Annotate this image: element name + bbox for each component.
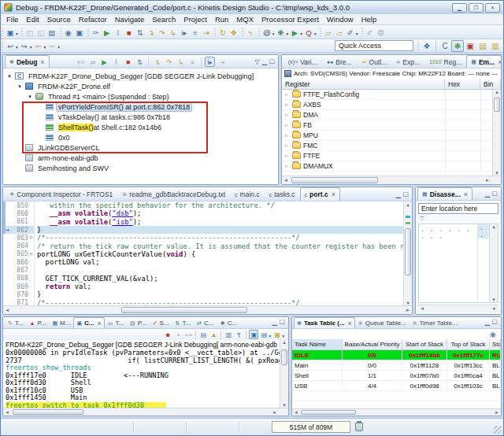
maximize-view-icon[interactable]: ☐ <box>403 191 409 199</box>
console-tab-c[interactable]: ❖C... <box>217 317 240 328</box>
print-icon[interactable]: ▤ <box>46 27 57 38</box>
task-row-main[interactable]: Main0/00x1fff11280x1fff13ccBLOCKED <box>292 360 501 371</box>
register-row[interactable]: ▹FMC <box>282 141 501 151</box>
annotations[interactable]: @▾ <box>261 27 276 38</box>
skip-all-breakpoints-icon[interactable]: ◉ <box>63 27 74 38</box>
search-mark-dropdown-icon[interactable]: ▾ <box>356 31 358 36</box>
console-tab-s[interactable]: ✐S... <box>150 317 172 328</box>
register-row[interactable]: ▹MPU <box>282 131 501 141</box>
embsys-tab-exp[interactable]: ∞Exp... <box>391 55 424 68</box>
disassembly-location-input[interactable] <box>418 203 498 214</box>
editor-tab-tasks-c[interactable]: ctasks.c <box>265 187 300 201</box>
regs-perspective[interactable]: ▥ <box>489 40 502 52</box>
drop-to-frame-icon[interactable]: ≡ <box>190 27 201 38</box>
disassembly-tab-disasse[interactable]: ▦Disasse...× <box>417 187 472 200</box>
console-tab-p[interactable]: ▲P... <box>27 317 50 328</box>
step-return-icon[interactable]: ↳ <box>176 57 186 67</box>
word-wrap-icon[interactable]: ¶ <box>234 330 243 339</box>
code-line[interactable]: within the specified behavior for the ar… <box>37 201 403 209</box>
column-header-start-of-stack[interactable]: Start of Stack <box>402 339 447 349</box>
generate-code-icon[interactable]: ❖ <box>228 27 239 38</box>
minimize-view-icon[interactable]: ▁ <box>485 319 490 327</box>
terminate-icon[interactable]: ■ <box>123 57 133 67</box>
new-wizard[interactable]: ▣▾ <box>5 27 19 38</box>
menu-mqx[interactable]: MQX <box>232 15 258 24</box>
close-icon[interactable]: × <box>498 58 502 66</box>
debug-tab-debug[interactable]: ❋Debug× <box>5 55 50 68</box>
run-config-icon[interactable]: ▶ <box>289 27 300 38</box>
menu-edit[interactable]: Edit <box>22 15 43 24</box>
resume-icon[interactable]: ▶ <box>102 27 113 38</box>
editor-tab-main-c[interactable]: cmain.c <box>230 187 265 201</box>
debug-tree-node[interactable]: vTaskDelay() at tasks.c:986 0x7b18 <box>3 112 278 122</box>
display-selected-console-icon[interactable]: ▤ <box>259 330 269 339</box>
console-tab-m[interactable]: ▦M... <box>49 317 73 328</box>
debug-tree-node[interactable]: ▾FRDM-K22F_Drone.elf <box>3 81 278 91</box>
next-annotation-icon[interactable]: ↪ <box>19 40 30 51</box>
disassembly-content[interactable]: . . . . . . . . . . . . ▲▼ <box>418 224 498 303</box>
back[interactable]: ⇦▾ <box>33 40 47 51</box>
embsys-tab-em[interactable]: ▦Em...× <box>466 55 502 68</box>
console-vertical-scrollbar[interactable]: ▲▼ <box>280 340 288 408</box>
minimize-view-icon[interactable]: ▁ <box>485 190 490 198</box>
remove-all-launches-icon[interactable]: ×× <box>183 330 193 339</box>
back-icon[interactable]: ⇦ <box>33 40 44 51</box>
code-line[interactable]: GET_TICK_CURRENT_VAL(&val); <box>37 275 403 283</box>
code-line[interactable]: /*--------------------------------------… <box>37 299 403 305</box>
task-row-shell[interactable]: Shell1/10x1fff07b00x1fff0ca4BLOCKED <box>292 371 501 381</box>
view-menu-icon[interactable]: ▽ <box>255 58 260 66</box>
search-mark[interactable]: ✐▾ <box>345 27 359 38</box>
disconnect-icon[interactable]: ⇅ <box>135 57 145 67</box>
console-output[interactable]: FRDM-K22F_Drone_Debug_Segger [GDB SEGGER… <box>3 340 288 408</box>
debug-console-icon[interactable]: ▣ <box>74 27 85 38</box>
quick-access-box[interactable]: Quick Access <box>335 40 413 51</box>
console-tab-p[interactable]: ▧P... <box>127 317 150 328</box>
embsys-tab-bre[interactable]: ●●Bre... <box>322 55 357 68</box>
remove-launch-icon[interactable]: × <box>173 330 183 339</box>
editor-tab-component-inspector-frtos1[interactable]: ❖Component Inspector - FRTOS1 <box>5 187 117 201</box>
expand-arrow-icon[interactable]: ▹ <box>284 153 290 159</box>
register-row[interactable]: ▹DMA <box>282 110 501 120</box>
console-tab-c[interactable]: ⇄C... <box>194 317 217 328</box>
refresh-table-icon[interactable]: ❋ <box>487 329 498 340</box>
step-return-icon[interactable]: ↳ <box>168 27 179 38</box>
debug-tree-node[interactable]: vPortYieldFromISR() at port.c:862 0x7818 <box>3 102 278 112</box>
pe-perspective[interactable]: ▣ <box>464 40 476 52</box>
annotations-dropdown-icon[interactable]: ▾ <box>272 31 275 36</box>
task-row-idle[interactable]: IDLE0/00x1fff14b80x1fff177cRUNNING <box>292 350 501 360</box>
register-row[interactable]: ▹FTFE_FlashConfig <box>282 90 501 100</box>
debug-tree-node[interactable]: Semihosting and SWV <box>3 163 278 173</box>
task-table-tab-queue-table[interactable]: ❋Queue Table... <box>355 317 410 328</box>
task-table-tab-timer-table[interactable]: ❋Timer Table... <box>410 317 461 328</box>
embsys-tab-vari[interactable]: (x)=Vari... <box>284 55 322 68</box>
resize-grip[interactable] <box>494 426 502 434</box>
expand-arrow-icon[interactable]: ▾ <box>27 94 33 100</box>
code-line[interactable] <box>37 266 403 274</box>
show-warnings-icon[interactable]: ▲ <box>209 330 218 339</box>
profile-config-dropdown-icon[interactable]: ▾ <box>314 31 317 36</box>
code-line[interactable]: } <box>37 226 403 234</box>
menu-processor-expert[interactable]: Processor Expert <box>258 15 323 24</box>
console-tab-c[interactable]: ▣C...× <box>73 317 104 328</box>
debug-tree-node[interactable]: ▾CFRDM-K22F_Drone_Debug_Segger [GDB SEGG… <box>3 71 278 81</box>
disassembly-vertical-scrollbar[interactable]: ▲▼ <box>489 224 498 302</box>
debug-tree-node[interactable]: ShellTask() at Shell.c:182 0x14b6 <box>3 122 278 132</box>
console-horizontal-scrollbar[interactable]: ◄► <box>3 408 288 416</box>
step-into-icon[interactable]: ↴ <box>152 57 162 67</box>
previous-annotation-dropdown-icon[interactable]: ▾ <box>16 45 18 50</box>
search-mark-icon[interactable]: ✐ <box>345 27 356 38</box>
menu-window[interactable]: Window <box>323 15 358 24</box>
previous-annotation-icon[interactable]: ↩ <box>5 40 16 51</box>
annotations-icon[interactable]: @ <box>261 27 272 38</box>
column-header-state[interactable]: State <box>490 339 501 349</box>
console-tab-t[interactable]: ✎T... <box>5 317 27 328</box>
console-tab-t[interactable]: ▭T... <box>105 317 127 328</box>
scroll-lock-icon[interactable]: ▥ <box>224 330 233 339</box>
back-dropdown-icon[interactable]: ▾ <box>44 45 46 50</box>
garbage-collect-icon[interactable] <box>355 423 363 431</box>
profile-config-icon[interactable]: Q <box>303 27 314 38</box>
register-horizontal-scrollbar[interactable]: ◄► <box>282 176 501 184</box>
close-icon[interactable]: × <box>464 190 468 198</box>
expand-arrow-icon[interactable]: ▾ <box>17 83 23 90</box>
expand-arrow-icon[interactable]: ▹ <box>284 132 290 139</box>
